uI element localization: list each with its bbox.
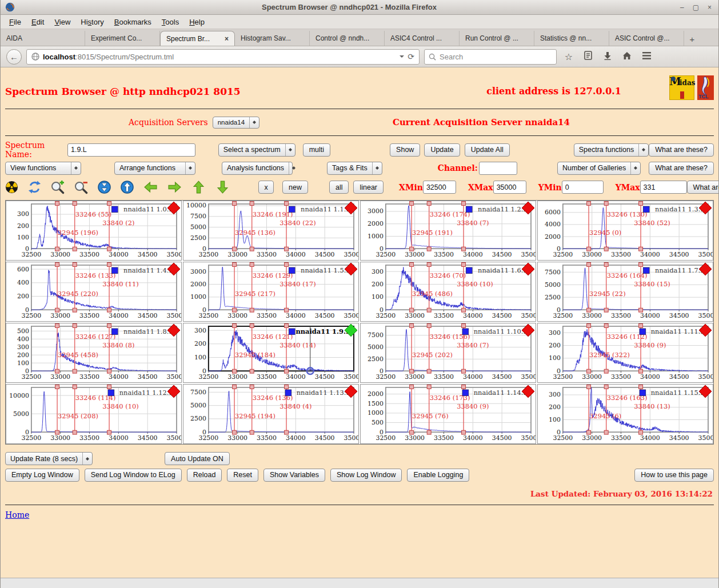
- show-button[interactable]: Show: [390, 143, 420, 157]
- ymax-input[interactable]: [640, 181, 687, 194]
- new-button[interactable]: new: [282, 181, 308, 194]
- clipboard-icon[interactable]: [581, 51, 596, 62]
- menu-view[interactable]: View: [49, 16, 75, 28]
- spectrum-panel-1.9.L[interactable]: 3250033000335003400034500350000100200300…: [183, 323, 359, 383]
- spectrum-panel-1.15.L[interactable]: 3250033000335003400034500350000100200300…: [537, 384, 713, 444]
- tab-close-icon[interactable]: ×: [225, 35, 229, 43]
- arrow-right-icon[interactable]: [167, 180, 182, 194]
- home-icon[interactable]: [620, 51, 634, 62]
- tab-control-nndh[interactable]: Control @ nndh...: [310, 31, 385, 46]
- spectrum-panel-1.1.L[interactable]: 3250033000335003400034500350000250050007…: [183, 201, 359, 261]
- spectra-functions-dropdown[interactable]: Spectra functions: [574, 143, 649, 157]
- tab-histogram-sav[interactable]: Histogram Sav...: [235, 31, 310, 46]
- menu-bookmarks[interactable]: Bookmarks: [109, 16, 157, 28]
- update-button[interactable]: Update: [424, 143, 460, 157]
- arrow-down-icon[interactable]: [215, 180, 230, 194]
- reload-button[interactable]: Reload: [187, 469, 222, 482]
- spectrum-panel-1.4.L[interactable]: 3250033000335003400034500350000200400600…: [6, 262, 182, 322]
- update-all-button[interactable]: Update All: [465, 143, 510, 157]
- x-button[interactable]: x: [258, 181, 274, 194]
- menu-help[interactable]: Help: [184, 16, 210, 28]
- radiation-icon[interactable]: [5, 181, 18, 194]
- what-are-these-button-1[interactable]: What are these?: [649, 143, 714, 157]
- downloads-icon[interactable]: [600, 51, 615, 62]
- multi-button[interactable]: multi: [303, 143, 330, 157]
- svg-text:200: 200: [549, 342, 561, 349]
- svg-text:33500: 33500: [434, 434, 454, 442]
- svg-text:1500: 1500: [368, 400, 384, 407]
- maximize-icon[interactable]: ▢: [693, 4, 699, 11]
- spectrum-panel-1.14.L[interactable]: 3250033000335003400034500350000500100015…: [360, 384, 536, 444]
- spectrum-panel-1.3.L[interactable]: 3250033000335003400034500350000200040006…: [537, 201, 713, 261]
- show-variables-button[interactable]: Show Variables: [263, 469, 325, 482]
- auto-update-button[interactable]: Auto Update ON: [165, 452, 230, 465]
- tcl-powered-logo[interactable]: TCL: [697, 75, 714, 100]
- spectrum-panel-1.11.L[interactable]: 3250033000335003400034500350000100200300…: [537, 323, 713, 383]
- spectrum-panel-1.6.L[interactable]: 3250033000335003400034500350000100200300…: [360, 262, 536, 322]
- minimize-icon[interactable]: –: [680, 4, 684, 11]
- arrow-left-icon[interactable]: [143, 180, 158, 194]
- spectrum-panel-1.2.L[interactable]: 3250033000335003400034500350000100020003…: [360, 201, 536, 261]
- spectrum-panel-1.7.L[interactable]: 3250033000335003400034500350000250050007…: [537, 262, 713, 322]
- spectrum-panel-1.13.L[interactable]: 3250033000335003400034500350000250050007…: [183, 384, 359, 444]
- compress-vertical-icon[interactable]: [98, 181, 111, 194]
- send-log-window-to-elog-button[interactable]: Send Log Window to ELog: [85, 469, 182, 482]
- reset-button[interactable]: Reset: [227, 469, 258, 482]
- xmax-input[interactable]: [493, 181, 526, 194]
- tab-aida[interactable]: AIDA: [1, 31, 85, 46]
- menu-edit[interactable]: Edit: [26, 16, 49, 28]
- empty-log-window-button[interactable]: Empty Log Window: [5, 469, 79, 482]
- update-rate-dropdown[interactable]: Update Rate (8 secs): [5, 452, 93, 465]
- url-dropdown-icon[interactable]: [400, 55, 404, 60]
- how-to-use-button[interactable]: How to use this page: [634, 469, 714, 482]
- linear-button[interactable]: linear: [353, 181, 384, 194]
- channel-input[interactable]: [479, 162, 517, 175]
- what-are-these-button-3[interactable]: What are these?: [687, 181, 719, 194]
- xmin-input[interactable]: [423, 181, 456, 194]
- menu-tools[interactable]: Tools: [157, 16, 184, 28]
- hamburger-menu-icon[interactable]: [639, 51, 654, 62]
- menu-history[interactable]: History: [75, 16, 109, 28]
- bookmark-star-icon[interactable]: ☆: [561, 51, 576, 62]
- spectrum-panel-1.0.L[interactable]: 3250033000335003400034500350000100200300…: [6, 201, 182, 261]
- show-log-window-button[interactable]: Show Log Window: [330, 469, 402, 482]
- spectrum-panel-1.12.L[interactable]: 3250033000335003400034500350000500010000…: [6, 384, 182, 444]
- search-input[interactable]: Search: [424, 49, 557, 65]
- home-link[interactable]: Home: [5, 510, 29, 519]
- tab-asic-control[interactable]: ASIC Control @...: [609, 31, 684, 46]
- tab-run-control[interactable]: Run Control @ ...: [460, 31, 534, 46]
- ymin-input[interactable]: [562, 181, 604, 194]
- zoom-out-icon[interactable]: [74, 181, 88, 194]
- svg-text:34000: 34000: [109, 312, 129, 319]
- back-button[interactable]: ←: [6, 49, 22, 65]
- all-button[interactable]: all: [329, 181, 349, 194]
- arrow-up-icon[interactable]: [191, 180, 206, 194]
- svg-text:33000: 33000: [582, 373, 602, 381]
- reload-icon[interactable]: ⟳: [408, 52, 414, 61]
- view-functions-dropdown[interactable]: View functions: [5, 162, 81, 175]
- expand-vertical-icon[interactable]: [121, 181, 134, 194]
- spectrum-panel-1.5.L[interactable]: 3250033000335003400034500350000100020003…: [183, 262, 359, 322]
- spectrum-name-input[interactable]: [67, 143, 195, 157]
- refresh-icon[interactable]: [28, 181, 41, 194]
- enable-logging-button[interactable]: Enable Logging: [407, 469, 469, 482]
- tab-asic4-control[interactable]: ASIC4 Control ...: [385, 31, 460, 46]
- number-of-galleries-dropdown[interactable]: Number of Galleries: [557, 162, 641, 175]
- menu-file[interactable]: File: [4, 16, 26, 28]
- tab-experiment-co[interactable]: Experiment Co...: [85, 31, 160, 46]
- midas-logo[interactable]: Midas: [669, 75, 694, 100]
- url-bar[interactable]: localhost:8015/Spectrum/Spectrum.tml ⟳: [26, 49, 420, 65]
- analysis-functions-dropdown[interactable]: Analysis functions: [222, 162, 293, 175]
- select-a-spectrum-dropdown[interactable]: Select a spectrum: [218, 143, 295, 157]
- tags-fits-dropdown[interactable]: Tags & Fits: [327, 162, 382, 175]
- new-tab-icon[interactable]: +: [684, 32, 700, 46]
- tab-statistics-nn[interactable]: Statistics @ nn...: [534, 31, 609, 46]
- close-icon[interactable]: ×: [708, 4, 712, 11]
- acquisition-server-select[interactable]: nnaida14: [213, 117, 259, 129]
- tab-spectrum-br[interactable]: Spectrum Br...×: [160, 31, 235, 46]
- zoom-in-icon[interactable]: [51, 181, 65, 194]
- what-are-these-button-2[interactable]: What are these?: [649, 162, 714, 175]
- spectrum-panel-1.10.L[interactable]: 3250033000335003400034500350000250050007…: [360, 323, 536, 383]
- arrange-functions-dropdown[interactable]: Arrange functions: [114, 162, 195, 175]
- spectrum-panel-1.8.L[interactable]: 3250033000335003400034500350000100200300…: [6, 323, 182, 383]
